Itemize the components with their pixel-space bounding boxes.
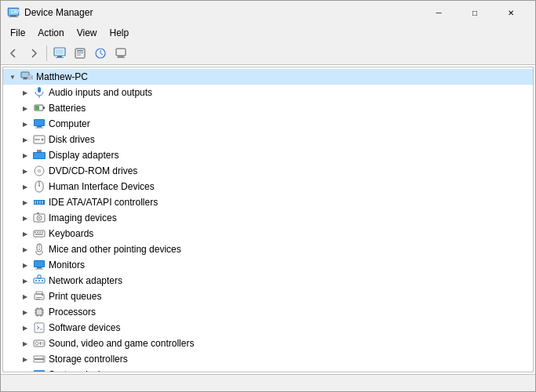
item-label: Storage controllers [49, 354, 128, 365]
device-manager-window: DM Device Manager ─ □ ✕ File Action View… [0, 0, 536, 392]
menu-help[interactable]: Help [104, 26, 136, 40]
tree-item[interactable]: Imaging devices [3, 210, 533, 226]
item-expander[interactable] [19, 337, 31, 350]
svg-rect-56 [37, 232, 38, 234]
item-expander[interactable] [19, 274, 31, 287]
tree-item[interactable]: Software devices [3, 320, 533, 336]
svg-rect-31 [37, 126, 42, 128]
item-icon [33, 180, 46, 193]
title-bar: DM Device Manager ─ □ ✕ [1, 1, 535, 24]
svg-rect-19 [24, 78, 27, 79]
svg-point-93 [42, 342, 44, 343]
item-icon [33, 274, 46, 287]
tree-item[interactable]: Processors [3, 304, 533, 320]
tree-item[interactable]: Mice and other pointing devices [3, 241, 533, 257]
svg-point-41 [38, 170, 40, 172]
tree-item[interactable]: Disk drives [3, 132, 533, 147]
maximize-button[interactable]: □ [457, 1, 493, 24]
svg-rect-71 [38, 275, 41, 278]
tree-item[interactable]: SYSSystem devices [3, 367, 533, 372]
menu-action[interactable]: Action [31, 26, 70, 40]
item-label: Monitors [49, 260, 85, 270]
item-expander[interactable] [19, 102, 31, 114]
svg-point-44 [38, 185, 40, 187]
svg-point-97 [42, 357, 44, 358]
item-expander[interactable] [19, 321, 31, 334]
item-label: Network adapters [49, 275, 122, 286]
svg-rect-6 [56, 49, 64, 54]
menu-file[interactable]: File [4, 26, 31, 40]
tree-item[interactable]: Audio inputs and outputs [3, 85, 533, 100]
tree-item[interactable]: Computer [3, 116, 533, 132]
svg-rect-14 [116, 49, 126, 56]
menu-view[interactable]: View [71, 26, 104, 40]
back-button[interactable] [4, 44, 23, 63]
tree-item[interactable]: Batteries [3, 100, 533, 116]
item-expander[interactable] [19, 368, 31, 372]
item-expander[interactable] [19, 212, 31, 224]
svg-point-70 [42, 280, 43, 281]
item-expander[interactable] [19, 196, 31, 209]
svg-rect-58 [42, 232, 43, 234]
svg-rect-16 [117, 57, 125, 58]
monitor-button[interactable] [111, 44, 130, 63]
svg-rect-48 [39, 201, 41, 204]
item-expander[interactable] [19, 133, 31, 146]
root-expander[interactable] [6, 71, 19, 83]
svg-rect-92 [39, 343, 42, 343]
item-expander[interactable] [19, 353, 31, 365]
svg-rect-11 [77, 53, 83, 53]
tree-item[interactable]: Display adapters [3, 147, 533, 163]
item-icon [33, 212, 46, 224]
tree-item[interactable]: Sound, video and game controllers [3, 336, 533, 351]
item-label: Processors [49, 307, 96, 318]
item-expander[interactable] [19, 149, 31, 162]
tree-item[interactable]: DVD/CD-ROM drives [3, 163, 533, 179]
item-label: Software devices [49, 322, 120, 333]
tree-root[interactable]: ! PC Matthew-PC [3, 69, 533, 85]
item-label: Disk drives [49, 134, 95, 145]
item-icon [33, 133, 46, 146]
svg-rect-18 [22, 73, 28, 77]
item-expander[interactable] [19, 180, 31, 193]
item-icon [33, 306, 46, 318]
item-icon [33, 353, 46, 365]
item-expander[interactable] [19, 259, 31, 271]
item-label: Print queues [49, 291, 101, 302]
properties-button[interactable] [71, 44, 89, 63]
update-driver-button[interactable] [91, 44, 110, 63]
svg-rect-76 [42, 294, 43, 296]
root-label: Matthew-PC [36, 71, 88, 82]
svg-rect-30 [35, 120, 44, 125]
item-expander[interactable] [19, 118, 31, 130]
tree-item[interactable]: Keyboards [3, 226, 533, 241]
tree-item[interactable]: Network adapters [3, 273, 533, 289]
item-expander[interactable] [19, 165, 31, 177]
item-label: Display adapters [49, 150, 119, 161]
close-button[interactable]: ✕ [493, 1, 529, 24]
item-icon [33, 196, 46, 209]
tree-view[interactable]: ! PC Matthew-PC Audio inputs and outputs… [2, 67, 534, 372]
tree-item[interactable]: Print queues [3, 289, 533, 304]
svg-point-98 [42, 360, 44, 361]
tree-item[interactable]: Storage controllers [3, 351, 533, 367]
svg-rect-35 [35, 139, 40, 140]
item-icon [33, 118, 46, 130]
tree-item[interactable]: IDE ATA/ATAPI controllers [3, 194, 533, 210]
item-expander[interactable] [19, 243, 31, 256]
tree-item[interactable]: Human Interface Devices [3, 179, 533, 194]
item-expander[interactable] [19, 86, 31, 99]
svg-rect-24 [38, 87, 41, 93]
minimize-button[interactable]: ─ [421, 1, 457, 24]
tree-item[interactable]: Monitors [3, 257, 533, 273]
item-expander[interactable] [19, 227, 31, 240]
tree-items: Audio inputs and outputsBatteriesCompute… [3, 85, 533, 372]
device-manager-icon-button[interactable] [50, 44, 69, 63]
item-icon [33, 259, 46, 271]
item-label: Imaging devices [49, 212, 117, 223]
item-icon [33, 321, 46, 334]
item-expander[interactable] [19, 306, 31, 318]
svg-rect-8 [56, 57, 64, 58]
item-expander[interactable] [19, 290, 31, 303]
forward-button[interactable] [24, 44, 43, 63]
